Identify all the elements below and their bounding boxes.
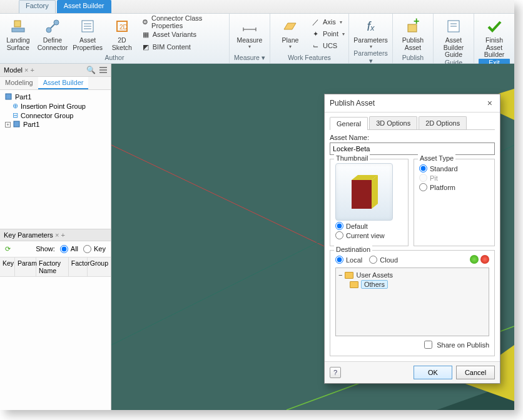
dest-cloud-radio[interactable]: Cloud [369, 256, 398, 264]
plus-icon[interactable]: + [61, 231, 64, 239]
search-icon[interactable]: 🔍 [86, 66, 96, 74]
menu-icon[interactable] [99, 67, 107, 73]
tree-item[interactable]: Insertion Point Group [21, 102, 86, 110]
label: Asset Builder Guide [437, 37, 470, 59]
part-icon [13, 121, 21, 128]
axis-button[interactable]: ／Axis [312, 16, 345, 28]
dest-local-radio[interactable]: Local [335, 256, 362, 264]
help-button[interactable]: ? [330, 367, 341, 378]
label: Asset Variants [153, 31, 196, 38]
tree-item[interactable]: Connector Group [21, 112, 73, 119]
collapse-icon[interactable]: − [338, 271, 342, 279]
tree-root[interactable]: Part1 [15, 93, 31, 101]
ucs-button[interactable]: ⌙UCS [312, 40, 345, 51]
tab-asset-builder[interactable]: Asset Builder [57, 0, 111, 13]
expand-icon[interactable]: + [5, 122, 11, 128]
fx-icon: fx [362, 18, 380, 35]
add-folder-button[interactable] [470, 255, 479, 264]
show-key-radio[interactable]: Key [83, 245, 106, 253]
close-icon[interactable]: × [24, 66, 28, 74]
plus-icon[interactable]: + [31, 66, 34, 74]
svg-point-2 [46, 28, 51, 32]
label: BIM Content [153, 43, 191, 51]
tree-root[interactable]: User Assets [356, 271, 393, 279]
bim-content-button[interactable]: ◩BIM Content [141, 41, 225, 52]
2d-sketch-button[interactable]: 2D 2D Sketch [108, 16, 136, 51]
key-params-title: Key Parameters [4, 231, 53, 239]
type-pit-radio[interactable]: Pit [419, 174, 489, 182]
publish-asset-button[interactable]: + Publish Asset [397, 16, 429, 51]
parameters-button[interactable]: fx Parameters [355, 16, 387, 49]
thumbnail-legend: Thumbnail [334, 154, 370, 162]
label: Landing Surface [6, 37, 29, 51]
ok-button[interactable]: OK [414, 366, 452, 379]
asset-name-field[interactable] [330, 142, 495, 155]
landing-surface-icon [9, 18, 27, 35]
model-tree[interactable]: Part1 ⊕Insertion Point Group ⊟Connector … [0, 90, 111, 229]
group-work-features-label: Work Features [288, 54, 331, 62]
show-all-radio[interactable]: All [60, 245, 78, 253]
publish-icon: + [404, 18, 422, 35]
type-platform-radio[interactable]: Platform [419, 183, 489, 191]
key-params-header: Key Param Factory Name Factor Group [0, 257, 111, 277]
tab-factory[interactable]: Factory [19, 0, 56, 13]
svg-rect-31 [352, 180, 372, 209]
svg-line-4 [51, 24, 54, 28]
svg-text:+: + [414, 18, 419, 26]
svg-rect-21 [14, 121, 19, 127]
define-connector-button[interactable]: Define Connector [38, 16, 68, 51]
plane-icon [282, 18, 299, 35]
thumb-default-radio[interactable]: Default [335, 222, 403, 230]
plane-button[interactable]: Plane [274, 16, 307, 49]
refresh-icon[interactable]: ⟳ [5, 245, 11, 253]
label: 2D Sketch [108, 37, 136, 51]
asset-name-label: Asset Name: [330, 134, 495, 141]
svg-marker-14 [284, 23, 296, 29]
guide-icon [445, 18, 462, 35]
svg-rect-1 [14, 21, 21, 27]
svg-rect-0 [12, 28, 24, 32]
cancel-button[interactable]: Cancel [456, 366, 495, 379]
svg-marker-30 [372, 175, 378, 209]
group-parameters-label: Parameters ▾ [353, 49, 388, 65]
connector-icon [44, 18, 61, 35]
finish-asset-builder-button[interactable]: Finish Asset Builder [478, 16, 510, 59]
close-icon[interactable]: × [485, 98, 495, 108]
tree-item[interactable]: Part1 [23, 121, 39, 128]
label: Asset Properties [73, 37, 103, 51]
label: Finish Asset Builder [478, 37, 510, 59]
subtab-modeling[interactable]: Modeling [0, 77, 38, 89]
label: Point [323, 30, 338, 38]
asset-properties-button[interactable]: Asset Properties [73, 16, 103, 51]
label: Publish Asset [397, 37, 429, 51]
svg-rect-20 [6, 94, 11, 99]
close-icon[interactable]: × [55, 231, 59, 239]
landing-surface-button[interactable]: Landing Surface [4, 16, 33, 51]
label: Define Connector [38, 37, 68, 51]
subtab-asset-builder[interactable]: Asset Builder [38, 77, 89, 89]
asset-variants-button[interactable]: ▦Asset Variants [141, 29, 225, 40]
show-label: Show: [36, 245, 55, 252]
tab-3d-options[interactable]: 3D Options [369, 116, 417, 129]
tab-general[interactable]: General [330, 117, 368, 130]
thumb-current-radio[interactable]: Current view [335, 231, 403, 239]
tree-item-selected[interactable]: Others [361, 280, 388, 289]
tab-2d-options[interactable]: 2D Options [419, 116, 467, 129]
folder-icon [350, 281, 358, 288]
share-on-publish-checkbox[interactable]: Share on Publish [335, 339, 489, 351]
asset-type-legend: Asset Type [418, 154, 455, 162]
asset-builder-guide-button[interactable]: Asset Builder Guide [437, 16, 470, 59]
label: Plane [282, 37, 299, 44]
model-browser-panel: Model × + 🔍 Modeling Asset Builder Part1… [0, 64, 111, 410]
point-button[interactable]: ✦Point [312, 28, 345, 39]
publish-asset-dialog: Publish Asset × General 3D Options 2D Op… [324, 94, 500, 384]
type-standard-radio[interactable]: Standard [419, 164, 489, 172]
group-measure-label: Measure ▾ [234, 54, 265, 62]
measure-icon [241, 18, 258, 35]
bim-icon: ◩ [141, 42, 150, 51]
remove-folder-button[interactable] [480, 255, 489, 264]
destination-tree[interactable]: −User Assets Others [335, 268, 489, 336]
connector-class-properties-button[interactable]: ⚙Connector Class Properties [141, 16, 225, 28]
axis-icon: ／ [312, 18, 320, 26]
measure-button[interactable]: Measure [233, 16, 266, 49]
